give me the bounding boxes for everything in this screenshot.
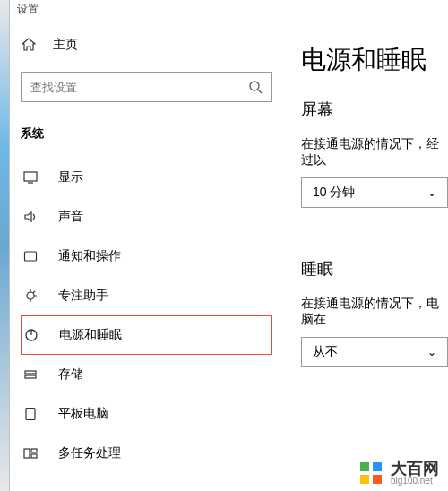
home-icon xyxy=(21,37,37,53)
svg-rect-4 xyxy=(25,252,37,261)
window-body: 主页 系统 显示 声音 通知 xyxy=(10,20,448,491)
sidebar-item-notifications[interactable]: 通知和操作 xyxy=(21,237,272,276)
chevron-down-icon: ⌄ xyxy=(427,186,436,199)
display-icon xyxy=(22,169,39,185)
window-title: 设置 xyxy=(10,0,448,20)
sidebar-item-label: 电源和睡眠 xyxy=(59,327,122,343)
svg-rect-13 xyxy=(31,449,37,452)
sidebar-item-label: 专注助手 xyxy=(58,288,108,304)
svg-rect-14 xyxy=(31,454,37,458)
svg-rect-17 xyxy=(360,475,369,484)
search-input[interactable] xyxy=(30,81,248,94)
search-box[interactable] xyxy=(21,72,272,102)
notifications-icon xyxy=(22,248,39,264)
watermark: 大百网 big100.net xyxy=(358,461,439,486)
screen-timeout-value: 10 分钟 xyxy=(313,185,355,201)
svg-point-0 xyxy=(250,82,259,90)
watermark-main: 大百网 xyxy=(391,461,439,477)
sidebar-item-label: 平板电脑 xyxy=(58,406,108,422)
section-sleep-title: 睡眠 xyxy=(301,258,448,280)
sidebar-item-label: 通知和操作 xyxy=(58,248,121,264)
sidebar-home[interactable]: 主页 xyxy=(21,27,272,63)
desktop-edge xyxy=(0,0,10,491)
settings-window: 设置 主页 系统 显示 xyxy=(10,0,448,491)
multitasking-icon xyxy=(22,445,39,461)
svg-line-1 xyxy=(258,90,262,93)
svg-rect-8 xyxy=(25,371,36,374)
sidebar-nav-list: 显示 声音 通知和操作 专注助手 电源和睡眠 xyxy=(21,158,272,473)
power-icon xyxy=(23,327,39,343)
watermark-logo-icon xyxy=(358,461,383,486)
svg-rect-18 xyxy=(373,475,382,484)
sidebar-item-power-sleep[interactable]: 电源和睡眠 xyxy=(21,315,272,355)
sidebar-item-label: 多任务处理 xyxy=(58,445,121,461)
sidebar-item-multitasking[interactable]: 多任务处理 xyxy=(21,434,272,473)
chevron-down-icon: ⌄ xyxy=(427,346,436,358)
search-icon xyxy=(248,80,263,94)
sidebar-item-label: 声音 xyxy=(58,209,83,225)
section-screen-title: 屏幕 xyxy=(301,99,448,120)
focus-assist-icon xyxy=(22,288,39,304)
watermark-sub: big100.net xyxy=(391,477,439,486)
main-panel: 电源和睡眠 屏幕 在接通电源的情况下，经过以 10 分钟 ⌄ 睡眠 在接通电源的… xyxy=(283,20,448,491)
watermark-text: 大百网 big100.net xyxy=(391,461,439,486)
sidebar: 主页 系统 显示 声音 通知 xyxy=(10,20,283,491)
svg-point-5 xyxy=(27,292,34,299)
tablet-icon xyxy=(22,406,39,422)
page-title: 电源和睡眠 xyxy=(301,43,448,77)
svg-rect-16 xyxy=(373,462,382,471)
svg-rect-9 xyxy=(25,375,36,378)
sound-icon xyxy=(22,209,39,225)
sidebar-item-storage[interactable]: 存储 xyxy=(21,355,272,394)
sleep-desc: 在接通电源的情况下，电脑在 xyxy=(301,296,448,328)
svg-rect-2 xyxy=(24,172,37,181)
sleep-timeout-value: 从不 xyxy=(313,344,338,360)
sidebar-item-label: 存储 xyxy=(58,366,83,383)
svg-rect-15 xyxy=(360,462,369,471)
sidebar-item-focus-assist[interactable]: 专注助手 xyxy=(21,276,272,315)
svg-rect-12 xyxy=(24,449,30,458)
screen-timeout-select[interactable]: 10 分钟 ⌄ xyxy=(301,177,448,208)
sidebar-group-header: 系统 xyxy=(21,125,272,142)
screen-desc: 在接通电源的情况下，经过以 xyxy=(301,136,448,168)
sleep-timeout-select[interactable]: 从不 ⌄ xyxy=(301,337,448,367)
sidebar-home-label: 主页 xyxy=(53,37,78,53)
sidebar-item-label: 显示 xyxy=(58,169,83,185)
sidebar-item-tablet[interactable]: 平板电脑 xyxy=(21,394,272,434)
svg-point-11 xyxy=(30,418,30,418)
storage-icon xyxy=(22,366,39,383)
sidebar-item-sound[interactable]: 声音 xyxy=(21,197,272,237)
sidebar-item-display[interactable]: 显示 xyxy=(21,158,272,197)
